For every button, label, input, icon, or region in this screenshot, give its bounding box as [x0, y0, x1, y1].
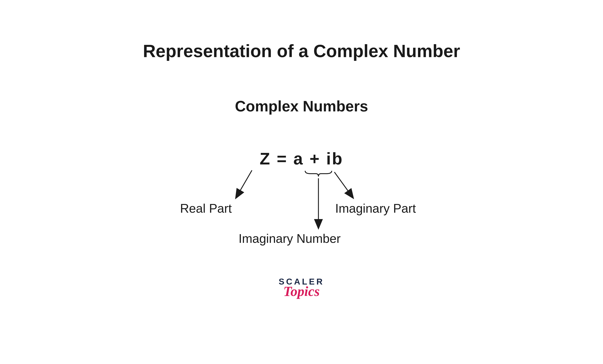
diagram-title: Representation of a Complex Number [0, 41, 603, 61]
arrow-real-icon [236, 170, 252, 198]
brace-icon [305, 171, 332, 176]
logo-line2: Topics [279, 283, 324, 299]
diagram-subtitle: Complex Numbers [0, 98, 603, 115]
label-imaginary-number: Imaginary Number [239, 232, 341, 246]
annotation-area: Real Part Imaginary Part Imaginary Numbe… [160, 168, 443, 256]
arrow-imagpart-icon [334, 172, 353, 198]
complex-equation: Z = a + ib [0, 149, 603, 168]
label-imaginary-part: Imaginary Part [335, 201, 416, 215]
scaler-topics-logo: SCALER Topics [279, 277, 324, 299]
label-real-part: Real Part [180, 201, 232, 215]
